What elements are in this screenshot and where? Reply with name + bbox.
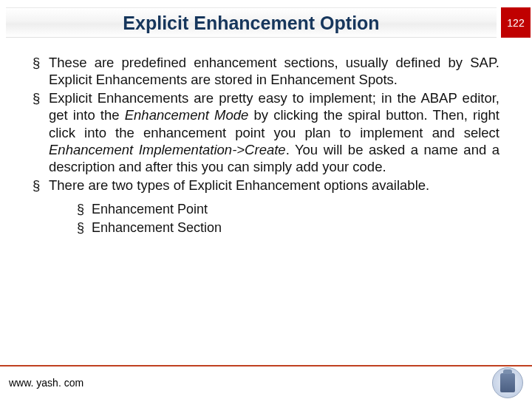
list-item: These are predefined enhancement section…	[33, 54, 499, 88]
list-item: Enhancement Point	[77, 201, 499, 218]
sub-bullet-list: Enhancement Point Enhancement Section	[77, 201, 499, 236]
tower-icon	[500, 373, 515, 392]
brand-logo	[492, 367, 523, 398]
bullet-list: These are predefined enhancement section…	[33, 54, 499, 194]
header-row: Explicit Enhancement Option 122	[0, 0, 532, 38]
title-bar: Explicit Enhancement Option	[6, 7, 497, 38]
footer: www. yash. com	[0, 365, 532, 399]
footer-url: www. yash. com	[9, 377, 83, 389]
list-item: Explicit Enhancements are pretty easy to…	[33, 89, 499, 175]
list-item: Enhancement Section	[77, 219, 499, 236]
slide-title: Explicit Enhancement Option	[6, 13, 497, 34]
list-item: There are two types of Explicit Enhancem…	[33, 177, 499, 194]
page-number-badge: 122	[501, 7, 531, 38]
slide-content: These are predefined enhancement section…	[0, 38, 532, 236]
